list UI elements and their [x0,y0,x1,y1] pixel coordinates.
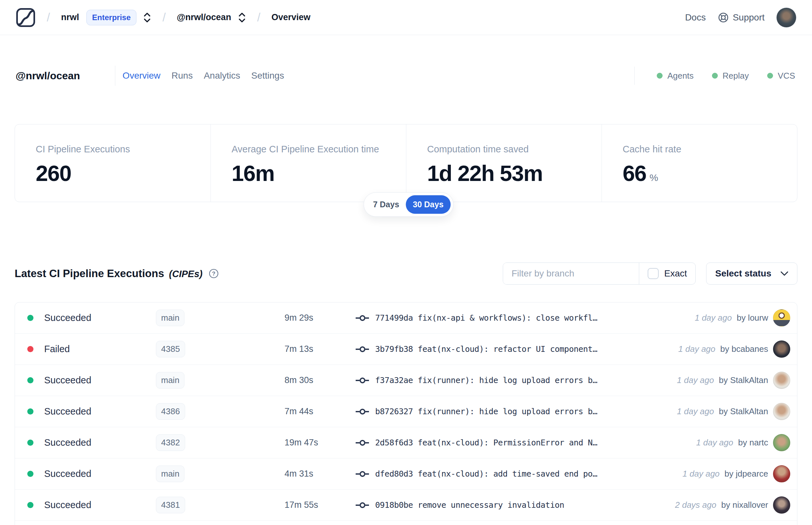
user-avatar[interactable] [776,7,796,28]
status-dot-green [657,73,663,79]
tab-runs[interactable]: Runs [171,71,193,81]
time-ago: 1 day ago [677,375,714,385]
commit-hash: 0918b0be [375,500,413,510]
breadcrumb-page[interactable]: Overview [272,12,310,22]
percent-suffix: % [649,172,658,183]
author: by nixallover [721,500,768,510]
commit-hash: 771499da [375,313,413,322]
status-dot-success [27,471,33,477]
exact-toggle[interactable]: Exact [639,263,695,284]
author: by nartc [738,438,768,448]
status-label: Succeeded [44,406,91,417]
support-link[interactable]: Support [718,12,765,24]
time-ago: 1 day ago [683,469,719,479]
help-icon[interactable]: ? [209,269,219,279]
top-nav: / nrwl Enterprise / @nrwl/ocean / Overvi… [0,0,812,35]
duration: 7m 13s [285,344,355,354]
status-label: Succeeded [44,437,91,448]
service-vcs[interactable]: VCS [767,71,795,81]
commit-message: feat(nx-cloud): add time-saved end po… [418,469,597,479]
table-row[interactable]: Succeeded main 4m 31s dfed80d3 feat(nx-c… [15,459,797,490]
service-agents[interactable]: Agents [657,71,694,81]
status-select-button[interactable]: Select status [706,262,797,285]
commit-hash: f37a32ae [375,376,413,385]
cipe-table: Succeeded main 9m 29s 771499da fix(nx-ap… [15,302,797,525]
branch-badge: main [156,310,184,326]
commit-hash: 3b79fb38 [375,344,413,354]
svg-text:?: ? [212,271,215,277]
duration: 4m 31s [285,469,355,479]
duration: 9m 29s [285,313,355,323]
branch-badge: 4382 [156,434,185,451]
table-row[interactable]: Succeeded main 9m 29s 771499da fix(nx-ap… [15,302,797,334]
breadcrumb-separator: / [257,11,260,24]
duration: 7m 44s [285,406,355,417]
status-dot-failed [27,346,33,352]
tab-settings[interactable]: Settings [251,71,284,81]
breadcrumb-separator: / [163,11,166,24]
stat-computation-time-saved: Computation time saved 1d 22h 53m [406,124,601,202]
status-dot-success [27,377,33,384]
git-commit-icon [355,376,370,385]
git-commit-icon [355,345,370,354]
table-row[interactable]: Succeeded 4381 17m 55s 0918b0be remove u… [15,490,797,521]
author-avatar [773,341,790,358]
nx-cloud-logo-icon[interactable] [16,7,36,28]
exact-checkbox[interactable] [648,268,659,279]
workspace-header: @nrwl/ocean Overview Runs Analytics Sett… [0,64,812,87]
workspace-switcher-button[interactable] [238,12,246,24]
duration: 8m 30s [285,375,355,385]
org-switcher-button[interactable] [143,12,151,24]
git-commit-icon [355,470,370,478]
table-row[interactable]: Failed 4385 7m 13s 3b79fb38 feat(nx-clou… [15,334,797,365]
table-row-partial [15,521,797,525]
breadcrumb-org[interactable]: nrwl [61,12,79,22]
time-ago: 1 day ago [677,406,714,417]
commit-message: fix(runner): hide log upload errors b… [418,407,597,416]
status-dot-green [712,73,718,79]
branch-badge: 4385 [156,341,185,357]
service-replay[interactable]: Replay [712,71,749,81]
branch-filter-input[interactable] [503,263,639,284]
enterprise-badge[interactable]: Enterprise [87,10,137,25]
status-dot-green [767,73,773,79]
git-commit-icon [355,314,370,322]
section-title-suffix: (CIPEs) [169,269,202,280]
table-row[interactable]: Succeeded 4382 19m 47s 2d58f6d3 feat(nx-… [15,427,797,459]
branch-badge: main [156,466,184,482]
service-statuses: Agents Replay VCS [634,66,796,85]
table-row[interactable]: Succeeded 4386 7m 44s b8726327 fix(runne… [15,396,797,427]
exact-label: Exact [664,268,687,279]
commit-message: fix(runner): hide log upload errors b… [418,376,597,385]
status-dot-success [27,315,33,321]
author: by StalkAltan [719,375,768,385]
time-ago: 1 day ago [696,438,733,448]
author: by StalkAltan [719,406,768,417]
tab-analytics[interactable]: Analytics [204,71,240,81]
divider [115,65,115,86]
commit-message: feat(nx-cloud): PermissionError and N… [418,438,597,447]
status-label: Succeeded [44,375,91,386]
breadcrumb: / nrwl Enterprise / @nrwl/ocean / Overvi… [16,7,310,28]
duration: 17m 55s [285,500,355,510]
table-row[interactable]: Succeeded main 8m 30s f37a32ae fix(runne… [15,365,797,396]
time-ago: 1 day ago [678,344,715,354]
git-commit-icon [355,501,370,509]
cipe-section-header: Latest CI Pipeline Executions (CIPEs) ? … [15,262,797,285]
stats-cards: CI Pipeline Executions 260 Average CI Pi… [15,124,797,202]
commit-message: remove unnecessary invalidation [418,500,564,510]
author: by bcabanes [720,344,768,354]
status-label: Succeeded [44,313,91,323]
tab-overview[interactable]: Overview [122,71,160,81]
filter-controls: Exact Select status [503,262,797,285]
branch-badge: 4381 [156,497,185,513]
chevron-down-icon [781,271,788,276]
docs-link[interactable]: Docs [685,12,706,23]
range-7-days-button[interactable]: 7 Days [366,196,406,213]
breadcrumb-separator: / [47,11,50,24]
status-dot-success [27,408,33,415]
range-30-days-button[interactable]: 30 Days [406,195,451,214]
workspace-title: @nrwl/ocean [16,70,80,82]
nav-actions: Docs Support [685,7,796,28]
breadcrumb-workspace[interactable]: @nrwl/ocean [177,12,231,22]
